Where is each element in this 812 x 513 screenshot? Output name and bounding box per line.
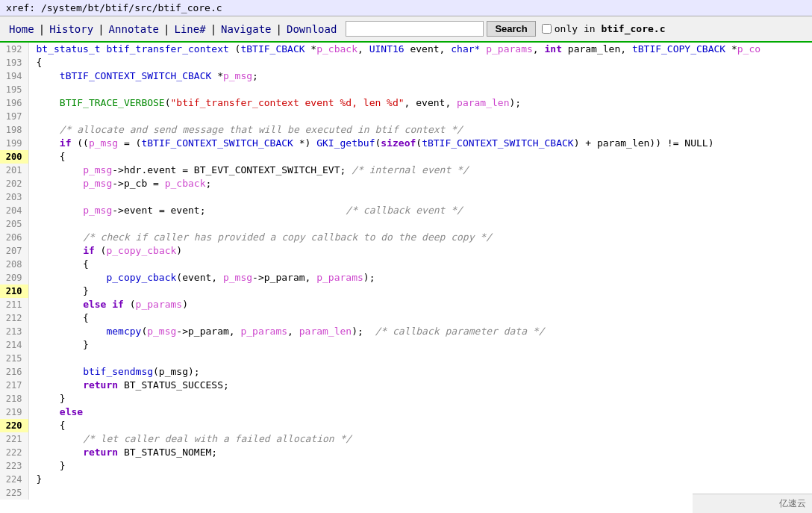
table-row: 214 } (0, 338, 812, 352)
table-row: 211 else if (p_params) (0, 298, 812, 311)
code-line: bt_status_t btif_transfer_context (tBTIF… (28, 43, 812, 56)
code-line: p_copy_cback(event, p_msg->p_param, p_pa… (28, 271, 812, 285)
table-row: 201 p_msg->hdr.event = BT_EVT_CONTEXT_SW… (0, 164, 812, 177)
search-input[interactable] (346, 21, 484, 37)
nav-annotate[interactable]: Annotate (106, 23, 162, 35)
code-line: { (28, 56, 812, 69)
line-number: 197 (0, 110, 28, 123)
line-number: 206 (0, 231, 28, 244)
table-row: 206 /* check if caller has provided a co… (0, 231, 812, 244)
code-line (28, 217, 812, 231)
code-line: tBTIF_CONTEXT_SWITCH_CBACK *p_msg; (28, 69, 812, 83)
xref-path: xref: /system/bt/btif/src/btif_core.c (6, 2, 222, 13)
line-number: 192 (0, 43, 28, 56)
sep3: | (162, 23, 171, 35)
code-line: BTIF_TRACE_VERBOSE("btif_transfer_contex… (28, 96, 812, 110)
code-line (28, 110, 812, 123)
code-line (28, 83, 812, 96)
table-row: 207 if (p_copy_cback) (0, 244, 812, 258)
table-row: 221 /* let caller deal with a failed all… (0, 432, 812, 446)
line-number: 209 (0, 271, 28, 285)
line-number: 195 (0, 83, 28, 96)
line-number: 212 (0, 311, 28, 325)
line-number: 201 (0, 164, 28, 177)
line-number: 202 (0, 177, 28, 190)
line-number: 223 (0, 459, 28, 473)
line-number: 207 (0, 244, 28, 258)
code-area: 192 bt_status_t btif_transfer_context (t… (0, 43, 812, 500)
line-number: 222 (0, 446, 28, 459)
line-number: 221 (0, 432, 28, 446)
table-row: 210 } (0, 285, 812, 298)
table-row: 196 BTIF_TRACE_VERBOSE("btif_transfer_co… (0, 96, 812, 110)
code-line: } (28, 392, 812, 405)
code-line: { (28, 419, 812, 432)
code-line: else if (p_params) (28, 298, 812, 311)
table-row: 215 (0, 352, 812, 365)
line-number: 216 (0, 365, 28, 379)
code-line: /* check if caller has provided a copy c… (28, 231, 812, 244)
code-line: else (28, 405, 812, 419)
nav-home[interactable]: Home (6, 23, 37, 35)
table-row: 213 memcpy(p_msg->p_param, p_params, par… (0, 325, 812, 338)
table-row: 216 btif_sendmsg(p_msg); (0, 365, 812, 379)
table-row: 218 } (0, 392, 812, 405)
footer-logo: 亿速云 (779, 498, 806, 500)
nav-linehash[interactable]: Line# (171, 23, 208, 35)
line-number: 194 (0, 69, 28, 83)
sep5: | (275, 23, 284, 35)
table-row: 197 (0, 110, 812, 123)
only-in-checkbox[interactable] (542, 24, 552, 34)
table-row: 203 (0, 190, 812, 204)
line-number: 211 (0, 298, 28, 311)
line-number: 219 (0, 405, 28, 419)
sep4: | (209, 23, 218, 35)
line-number: 214 (0, 338, 28, 352)
table-row: 193 { (0, 56, 812, 69)
line-number: 198 (0, 123, 28, 137)
line-number: 199 (0, 137, 28, 150)
search-button[interactable]: Search (487, 21, 535, 37)
line-number: 204 (0, 204, 28, 217)
xref-bar: xref: /system/bt/btif/src/btif_core.c (0, 0, 812, 16)
table-row: 212 { (0, 311, 812, 325)
nav-history[interactable]: History (46, 23, 96, 35)
nav-bar: Home | History | Annotate | Line# | Navi… (0, 16, 812, 43)
line-number: 193 (0, 56, 28, 69)
line-number: 205 (0, 217, 28, 231)
code-line: return BT_STATUS_SUCCESS; (28, 379, 812, 392)
table-row: 195 (0, 83, 812, 96)
code-line: /* let caller deal with a failed allocat… (28, 432, 812, 446)
code-line: memcpy(p_msg->p_param, p_params, param_l… (28, 325, 812, 338)
table-row: 194 tBTIF_CONTEXT_SWITCH_CBACK *p_msg; (0, 69, 812, 83)
line-number: 200 (0, 150, 28, 164)
code-table: 192 bt_status_t btif_transfer_context (t… (0, 43, 812, 500)
table-row: 192 bt_status_t btif_transfer_context (t… (0, 43, 812, 56)
code-line: } (28, 285, 812, 298)
code-line: /* allocate and send message that will b… (28, 123, 812, 137)
table-row: 224 } (0, 473, 812, 486)
line-number: 217 (0, 379, 28, 392)
only-in-label: only in btif_core.c (555, 23, 666, 34)
nav-navigate[interactable]: Navigate (218, 23, 274, 35)
code-tbody: 192 bt_status_t btif_transfer_context (t… (0, 43, 812, 500)
line-number: 215 (0, 352, 28, 365)
table-row: 199 if ((p_msg = (tBTIF_CONTEXT_SWITCH_C… (0, 137, 812, 150)
table-row: 220 { (0, 419, 812, 432)
table-row: 225 (0, 486, 812, 500)
line-number: 220 (0, 419, 28, 432)
code-line: } (28, 338, 812, 352)
nav-download[interactable]: Download (284, 23, 340, 35)
line-number: 208 (0, 258, 28, 271)
code-line: btif_sendmsg(p_msg); (28, 365, 812, 379)
line-number: 196 (0, 96, 28, 110)
line-number: 218 (0, 392, 28, 405)
table-row: 209 p_copy_cback(event, p_msg->p_param, … (0, 271, 812, 285)
code-line: return BT_STATUS_NOMEM; (28, 446, 812, 459)
code-line: if ((p_msg = (tBTIF_CONTEXT_SWITCH_CBACK… (28, 137, 812, 150)
code-line: } (28, 459, 812, 473)
sep2: | (96, 23, 105, 35)
line-number: 224 (0, 473, 28, 486)
table-row: 217 return BT_STATUS_SUCCESS; (0, 379, 812, 392)
table-row: 222 return BT_STATUS_NOMEM; (0, 446, 812, 459)
